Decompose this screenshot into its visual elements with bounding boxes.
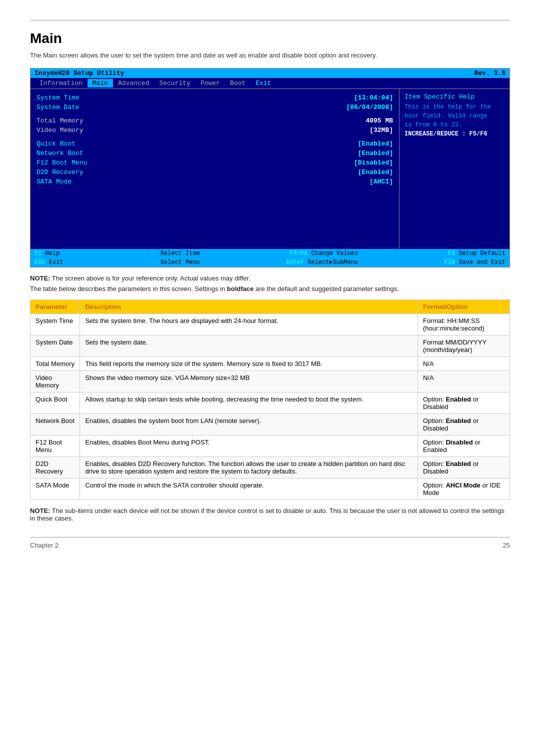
bios-row-quick-boot: Quick Boot [Enabled] [36,139,393,148]
desc-video-memory: Shows the video memory size. VGA Memory … [80,371,418,392]
desc-quick-boot: Allows startup to skip certain tests whi… [80,392,418,414]
bios-help-line4: INCREASE/REDUCE : F5/F6 [404,130,488,138]
bios-row-sata-mode: SATA Mode [AHCI] [36,177,393,186]
bios-label-quick-boot: Quick Boot [36,140,126,148]
bios-row-system-time: System Time [13:04:04] [36,93,393,102]
bottom-note: NOTE: The sub-items under each device wi… [30,507,510,522]
footer-esc: ESC Exit [34,259,64,266]
format-quick-boot: Option: Enabled or Disabled [418,392,510,414]
table-row: Network Boot Enables, disables the syste… [30,414,510,436]
bios-help-line3: is from 0 to 23. [404,122,462,128]
bios-help-line2: hour field. Valid range [404,112,488,120]
bios-title-left: InsydeH20 Setup Utility [34,70,124,77]
page-title: Main [30,20,510,46]
param-quick-boot: Quick Boot [30,392,80,414]
bios-value-quick-boot: [Enabled] [358,140,393,148]
param-f12-boot-menu: F12 Boot Menu [30,436,80,457]
bios-menu-exit[interactable]: Exit [250,79,276,88]
bios-label-system-date: System Date [36,104,126,111]
footer-f5f6: F5/F6 Change Values [290,250,358,257]
desc-system-date: Sets the system date. [80,336,418,357]
bios-help-panel: Item Specific Help This is the help for … [400,89,510,249]
bios-label-system-time: System Time [36,94,126,102]
bios-row-network-boot: Network Boot [Enabled] [36,148,393,158]
table-row: SATA Mode Control the mode in which the … [30,478,510,500]
note1: NOTE: The screen above is for your refer… [30,274,510,282]
table-row: Total Memory This field reports the memo… [30,357,510,371]
table-row: Video Memory Shows the video memory size… [30,371,510,392]
note2: The table below describes the parameters… [30,285,510,292]
bios-help-line1: This is the help for the [404,104,491,110]
bios-menu-advanced[interactable]: Advanced [113,79,154,88]
bios-menu-main[interactable]: Main [88,79,113,88]
bios-title-right: Rev. 3.5 [474,70,506,77]
table-header-format: Format/Option [418,300,510,314]
table-row: D2D Recovery Enables, disables D2D Recov… [30,457,510,478]
footer-select-item: ↑↓ Select Item [150,250,200,257]
format-f12-boot-menu: Option: Disabled or Enabled [418,436,510,457]
footer-page-number: 25 [503,542,510,549]
table-header-parameter: Parameter [30,300,80,314]
bios-value-network-boot: [Enabled] [358,150,393,157]
desc-d2d-recovery: Enables, disables D2D Recovery function.… [80,457,418,478]
table-row: System Time Sets the system time. The ho… [30,314,510,336]
page-footer: Chapter 2 25 [30,537,510,549]
bios-footer-row2: ESC Exit ←→ Select Menu Enter Select►Sub… [30,258,510,267]
desc-f12-boot-menu: Enables, disables Boot Menu during POST. [80,436,418,457]
format-sata-mode: Option: AHCI Mode or IDE Mode [418,478,510,500]
footer-chapter: Chapter 2 [30,542,58,549]
param-d2d-recovery: D2D Recovery [30,457,80,478]
desc-sata-mode: Control the mode in which the SATA contr… [80,478,418,500]
bios-value-f12-boot-menu: [Disabled] [354,159,393,166]
bios-label-total-memory: Total Memory [36,117,126,124]
footer-enter: Enter Select►SubMenu [286,259,358,266]
param-sata-mode: SATA Mode [30,478,80,500]
bios-row-system-date: System Date [06/04/2008] [36,102,393,112]
param-total-memory: Total Memory [30,357,80,371]
bios-menu-security[interactable]: Security [154,79,195,88]
desc-network-boot: Enables, disables the system boot from L… [80,414,418,436]
bios-row-video-memory: Video Memory [32MB] [36,126,393,135]
bios-label-d2d-recovery: D2D Recovery [36,168,126,176]
bios-main-panel: System Time [13:04:04] System Date [06/0… [30,89,400,249]
bios-row-d2d-recovery: D2D Recovery [Enabled] [36,168,393,177]
bios-row-f12-boot-menu: F12 Boot Menu [Disabled] [36,158,393,168]
desc-total-memory: This field reports the memory size of th… [80,357,418,371]
format-system-date: Format MM/DD/YYYY(month/day/year) [418,336,510,357]
bios-help-text: This is the help for the hour field. Val… [404,102,504,138]
bios-value-sata-mode: [AHCI] [370,178,393,186]
bios-footer-row1: F1 Help ↑↓ Select Item F5/F6 Change Valu… [30,249,510,258]
bios-menu-power[interactable]: Power [196,79,225,88]
footer-f9: F9 Setup Default [448,250,506,257]
table-row: System Date Sets the system date. Format… [30,336,510,357]
bios-row-total-memory: Total Memory 4095 MB [36,116,393,126]
bios-menu-boot[interactable]: Boot [225,79,250,88]
bios-label-network-boot: Network Boot [36,150,126,157]
format-total-memory: N/A [418,357,510,371]
param-system-time: System Time [30,314,80,336]
footer-f10: F10 Save and Exit [444,259,506,266]
bios-label-f12-boot-menu: F12 Boot Menu [36,159,126,166]
bios-value-total-memory: 4095 MB [366,117,393,124]
bios-screen: InsydeH20 Setup Utility Rev. 3.5 Informa… [30,68,510,268]
bios-value-system-date: [06/04/2008] [346,104,393,111]
bios-value-video-memory: [32MB] [370,126,393,134]
table-row: F12 Boot Menu Enables, disables Boot Men… [30,436,510,457]
bios-title-bar: InsydeH20 Setup Utility Rev. 3.5 [30,68,510,78]
bios-label-sata-mode: SATA Mode [36,178,126,186]
intro-text: The Main screen allows the user to set t… [30,52,510,59]
table-header-description: Description [80,300,418,314]
bios-value-system-time: [13:04:04] [354,94,393,102]
format-video-memory: N/A [418,371,510,392]
parameter-table: Parameter Description Format/Option Syst… [30,300,510,500]
footer-f1: F1 Help [34,250,60,257]
param-video-memory: Video Memory [30,371,80,392]
table-row: Quick Boot Allows startup to skip certai… [30,392,510,414]
format-network-boot: Option: Enabled or Disabled [418,414,510,436]
format-d2d-recovery: Option: Enabled or Disabled [418,457,510,478]
bios-menu-bar: Information Main Advanced Security Power… [30,78,510,89]
param-system-date: System Date [30,336,80,357]
bios-label-video-memory: Video Memory [36,126,126,134]
format-system-time: Format: HH:MM:SS(hour:minute:second) [418,314,510,336]
bios-menu-information[interactable]: Information [34,79,88,88]
